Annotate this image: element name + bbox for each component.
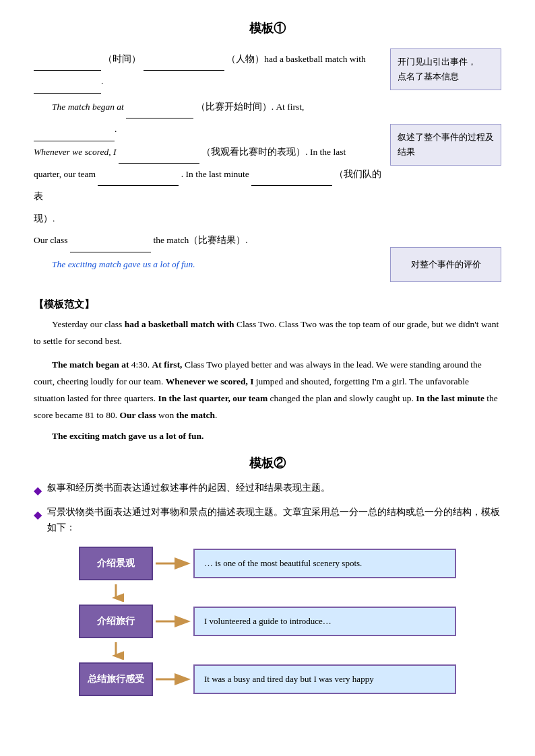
- diamond-icon-2: ◆: [34, 506, 42, 524]
- template1-section: 开门见山引出事件， 点名了基本信息 叙述了整个事件的过程及结果 （时间） （人物…: [34, 48, 501, 289]
- diagram-row-3: 总结旅行感受 It was a busy and tired day but I…: [79, 662, 456, 696]
- sidebar-box-1: 开门见山引出事件， 点名了基本信息: [390, 48, 501, 90]
- ourclass-label: Our class: [34, 235, 68, 245]
- arrow-2: [153, 613, 193, 629]
- blank-time: [34, 48, 101, 71]
- label-quarter: . In the last minute: [181, 169, 249, 179]
- blank-with: [34, 71, 101, 93]
- bullet-text-1: 叙事和经历类书面表达通过叙述事件的起因、经过和结果表现主题。: [47, 481, 330, 496]
- blank-minute: [251, 164, 332, 186]
- ex-p1-before: Yesterday our class: [52, 319, 125, 329]
- diagram-row-1: 介绍景观 … is one of the most beautiful scen…: [79, 547, 456, 580]
- label-match-time: （比赛开始时间）. At first,: [196, 102, 305, 112]
- label-scored: （我观看比赛时的表现）. In the last: [201, 147, 346, 157]
- ex-p2-lastminute: In the last minute: [416, 393, 484, 403]
- arrow-3: [153, 671, 193, 687]
- bullet-text-2: 写景状物类书面表达通过对事物和景点的描述表现主题。文章宜采用总一分一总的结构或总…: [47, 505, 501, 536]
- bullet-item-2: ◆ 写景状物类书面表达通过对事物和景点的描述表现主题。文章宜采用总一分一总的结构…: [34, 505, 501, 536]
- blank-scored: [119, 141, 199, 164]
- sidebar-right: 开门见山引出事件， 点名了基本信息 叙述了整个事件的过程及结果: [390, 48, 501, 172]
- diagram-left-1: 介绍景观: [79, 547, 153, 580]
- diagram-right-3: It was a busy and tired day but I was ve…: [193, 664, 456, 694]
- down-connector-1: [79, 580, 456, 605]
- diamond-icon-1: ◆: [34, 481, 42, 500]
- ex-p2-period: .: [215, 410, 217, 420]
- blank-atfirst: [34, 118, 115, 141]
- blank-time2: [126, 96, 193, 118]
- diagram-left-2: 介绍旅行: [79, 605, 153, 638]
- arrow-1: [153, 555, 193, 572]
- label-time: （时间）: [103, 54, 141, 64]
- down-connector-2: [79, 638, 456, 662]
- example-label: 【模板范文】: [34, 298, 501, 311]
- ex-p2-won: won: [156, 410, 177, 420]
- ex-p2-thematch: the match: [177, 410, 215, 420]
- period1: .: [101, 76, 103, 86]
- ex-p2-ourclass: Our class: [119, 410, 156, 420]
- whenever-label: Whenever we scored, I: [34, 147, 116, 157]
- bullets-section: ◆ 叙事和经历类书面表达通过叙述事件的起因、经过和结果表现主题。 ◆ 写景状物类…: [34, 481, 501, 536]
- ex-p2-changed: changed the plan and slowly caught up.: [268, 393, 416, 403]
- ex-p2-lastquarter: In the last quarter, our team: [158, 393, 268, 403]
- ex-p2-matchbegan: The match began at: [52, 359, 129, 370]
- example-para-2: The match began at 4:30. At first, Class…: [34, 357, 501, 424]
- template1-title: 模板①: [34, 20, 501, 36]
- ex-p2-time: 4:30.: [129, 359, 152, 370]
- label-minute2: 现）.: [34, 213, 55, 224]
- template2-title: 模板②: [34, 455, 501, 471]
- exciting-line: The exciting match gave us a lot of fun.: [52, 259, 195, 269]
- label-result: the match（比赛结果）.: [153, 235, 247, 245]
- example-para-1: Yesterday our class had a basketball mat…: [34, 316, 501, 350]
- period2: .: [115, 124, 117, 134]
- blank-result: [70, 230, 151, 252]
- diagram: 介绍景观 … is one of the most beautiful scen…: [79, 547, 456, 696]
- label-person: （人物）had a basketball match with: [226, 54, 366, 64]
- conclusion-line: The exciting match gave us a lot of fun.: [34, 431, 501, 442]
- bullet-item-1: ◆ 叙事和经历类书面表达通过叙述事件的起因、经过和结果表现主题。: [34, 481, 501, 500]
- ex-p1-bold: had a basketball match with: [125, 319, 234, 329]
- match-began-label: The match began at: [52, 102, 124, 112]
- blank-quarter: [98, 164, 179, 186]
- ex-p2-atfirst: At first,: [152, 359, 183, 370]
- quarter-label: quarter, our team: [34, 169, 96, 179]
- diagram-row-2: 介绍旅行 I volunteered a guide to introduce…: [79, 605, 456, 638]
- blank-person: [144, 48, 224, 71]
- ex-p2-whenever: Whenever we scored, I: [166, 376, 254, 386]
- diagram-left-3: 总结旅行感受: [79, 662, 153, 696]
- diagram-right-1: … is one of the most beautiful scenery s…: [193, 549, 456, 578]
- diagram-right-2: I volunteered a guide to introduce…: [193, 607, 456, 636]
- sidebar-box-2: 叙述了整个事件的过程及结果: [390, 124, 501, 166]
